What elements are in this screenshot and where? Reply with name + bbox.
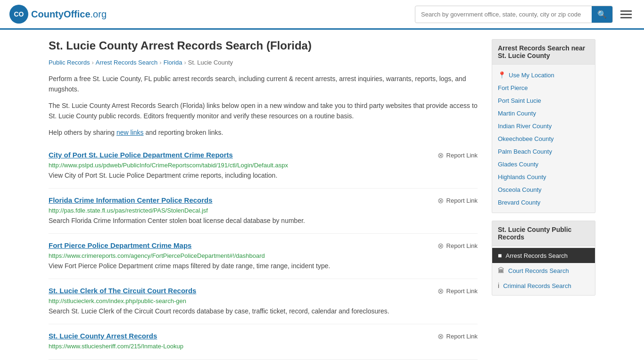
search-input[interactable] (415, 7, 592, 22)
nearby-links-container: Fort PiercePort Saint LucieMartin County… (492, 82, 595, 209)
nearby-link-0[interactable]: Fort Pierce (492, 82, 595, 94)
rec-icon-0: ■ (498, 252, 502, 259)
report-label-0: Report Link (446, 152, 478, 159)
rec-icon-2: i (498, 282, 499, 289)
use-my-location-link[interactable]: 📍 Use My Location (492, 68, 595, 82)
nearby-link-9[interactable]: Brevard County (492, 196, 595, 209)
records-links: ■Arrest Records Search🏛Court Records Sea… (492, 246, 595, 295)
nearby-link-5[interactable]: Palm Beach County (492, 145, 595, 158)
search-button[interactable]: 🔍 (592, 6, 612, 23)
resource-desc-2: View Fort Pierce Police Department crime… (49, 261, 478, 271)
description-para1: Perform a free St. Lucie County, FL publ… (49, 74, 478, 95)
resource-title-3[interactable]: St. Lucie Clerk of The Circuit Court Rec… (49, 287, 196, 295)
nearby-section-header: Arrest Records Search near St. Lucie Cou… (492, 40, 595, 65)
breadcrumb-public-records[interactable]: Public Records (49, 59, 90, 66)
resource-title-0[interactable]: City of Port St. Lucie Police Department… (49, 151, 233, 159)
report-label-4: Report Link (446, 333, 478, 340)
resource-title-4[interactable]: St. Lucie County Arrest Records (49, 332, 157, 340)
menu-line-1 (620, 10, 632, 12)
resources-list: City of Port St. Lucie Police Department… (49, 143, 478, 360)
report-icon-3: ⊗ (438, 287, 444, 296)
rec-icon-1: 🏛 (498, 267, 504, 274)
breadcrumb-current: St. Lucie County (188, 59, 233, 66)
nearby-link-8[interactable]: Osceola County (492, 183, 595, 196)
breadcrumb-florida[interactable]: Florida (164, 59, 182, 66)
logo[interactable]: CO CountyOffice.org (9, 5, 107, 24)
rec-label-1: Court Records Search (508, 267, 569, 274)
nearby-link-1[interactable]: Port Saint Lucie (492, 94, 595, 107)
resource-url-2: https://www.crimereports.com/agency/Fort… (49, 252, 478, 259)
menu-button[interactable] (618, 8, 635, 21)
resource-url-0: http://www.pslpd.us/pdweb/PublicInfo/Cri… (49, 162, 478, 169)
nearby-section: Arrest Records Search near St. Lucie Cou… (492, 39, 595, 213)
resource-title-2[interactable]: Fort Pierce Police Department Crime Maps (49, 241, 191, 249)
nearby-links: 📍 Use My Location Fort PiercePort Saint … (492, 65, 595, 213)
report-icon-4: ⊗ (438, 332, 444, 341)
report-label-2: Report Link (446, 242, 478, 249)
resource-title-1[interactable]: Florida Crime Information Center Police … (49, 196, 213, 204)
record-link-0[interactable]: ■Arrest Records Search (492, 248, 595, 263)
rec-label-2: Criminal Records Search (503, 282, 571, 289)
records-section-header: St. Lucie County Public Records (492, 221, 595, 246)
report-label-3: Report Link (446, 288, 478, 295)
report-icon-0: ⊗ (438, 151, 444, 160)
resource-desc-3: Search St. Lucie Clerk of the Circuit Co… (49, 306, 478, 316)
nearby-link-7[interactable]: Highlands County (492, 171, 595, 183)
resource-item: St. Lucie County Arrest Records ⊗ Report… (49, 324, 478, 360)
header-controls: 🔍 (415, 6, 635, 23)
resource-item: Fort Pierce Police Department Crime Maps… (49, 234, 478, 279)
report-icon-2: ⊗ (438, 241, 444, 250)
breadcrumb: Public Records › Arrest Records Search ›… (49, 59, 478, 66)
record-link-2[interactable]: iCriminal Records Search (492, 278, 595, 293)
resource-desc-0: View City of Port St. Lucie Police Depar… (49, 171, 478, 181)
breadcrumb-arrest-records-search[interactable]: Arrest Records Search (96, 59, 158, 66)
report-icon-1: ⊗ (438, 196, 444, 205)
sidebar: Arrest Records Search near St. Lucie Cou… (492, 39, 595, 360)
report-link-1[interactable]: ⊗ Report Link (438, 196, 478, 205)
main-container: St. Lucie County Arrest Records Search (… (39, 30, 605, 362)
description-para2: The St. Lucie County Arrest Records Sear… (49, 100, 478, 122)
report-label-1: Report Link (446, 197, 478, 204)
record-link-1[interactable]: 🏛Court Records Search (492, 263, 595, 278)
records-section: St. Lucie County Public Records ■Arrest … (492, 221, 595, 296)
logo-icon: CO (9, 5, 28, 24)
nearby-link-2[interactable]: Martin County (492, 107, 595, 120)
nearby-link-3[interactable]: Indian River County (492, 120, 595, 132)
report-link-2[interactable]: ⊗ Report Link (438, 241, 478, 250)
page-title: St. Lucie County Arrest Records Search (… (49, 39, 478, 52)
nearby-link-4[interactable]: Okeechobee County (492, 132, 595, 145)
report-link-0[interactable]: ⊗ Report Link (438, 151, 478, 160)
site-header: CO CountyOffice.org 🔍 (0, 0, 644, 30)
description-para3: Help others by sharing new links and rep… (49, 127, 478, 138)
nearby-link-6[interactable]: Glades County (492, 158, 595, 171)
search-bar: 🔍 (415, 6, 613, 23)
resource-item: Florida Crime Information Center Police … (49, 189, 478, 234)
resource-url-3: http://stlucieclerk.com/index.php/public… (49, 297, 478, 304)
resource-item: St. Lucie Clerk of The Circuit Court Rec… (49, 279, 478, 324)
rec-label-0: Arrest Records Search (505, 252, 568, 259)
logo-text: CountyOffice.org (31, 9, 107, 20)
report-link-4[interactable]: ⊗ Report Link (438, 332, 478, 341)
resource-url-4: https://www.stluciesheriff.com/215/Inmat… (49, 343, 478, 350)
resource-desc-1: Search Florida Crime Information Center … (49, 216, 478, 226)
location-icon: 📍 (498, 71, 506, 79)
menu-line-2 (620, 14, 632, 15)
menu-line-3 (620, 17, 632, 18)
resource-item: City of Port St. Lucie Police Department… (49, 143, 478, 189)
resource-url-1: http://pas.fdle.state.fl.us/pas/restrict… (49, 207, 478, 214)
content-area: St. Lucie County Arrest Records Search (… (49, 39, 478, 360)
report-link-3[interactable]: ⊗ Report Link (438, 287, 478, 296)
svg-text:CO: CO (14, 10, 24, 18)
new-links-link[interactable]: new links (116, 129, 144, 136)
